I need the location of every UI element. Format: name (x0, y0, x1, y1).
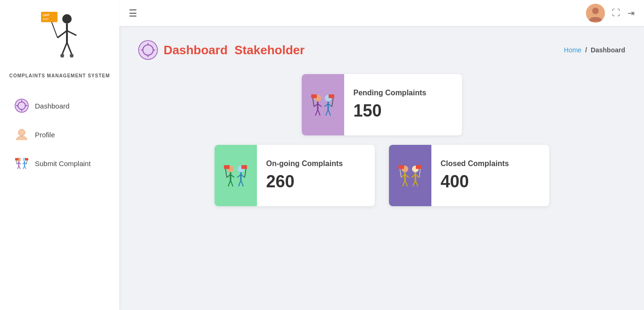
topbar: ☰ ⛶ ⇥ (119, 0, 644, 26)
svg-rect-74 (241, 165, 247, 169)
avatar-svg (586, 4, 605, 23)
svg-line-3 (67, 31, 76, 35)
hamburger-button[interactable]: ☰ (129, 8, 137, 19)
svg-line-47 (315, 109, 318, 116)
svg-line-4 (62, 42, 67, 54)
pending-card-icon-block (302, 74, 344, 135)
breadcrumb-home[interactable]: Home (564, 46, 581, 54)
svg-line-63 (228, 180, 231, 186)
topbar-left: ☰ (129, 8, 137, 19)
sidebar-label-submit-complaint: Submit Complaint (35, 159, 91, 168)
closed-card-info: Closed Complaints 400 (441, 159, 549, 192)
logo-icon: CMPT MGMT (36, 9, 83, 71)
ongoing-complaint-icon (220, 160, 251, 191)
ongoing-card-info: On-going Complaints 260 (266, 159, 375, 192)
svg-rect-58 (329, 94, 334, 98)
svg-point-0 (62, 14, 72, 24)
pending-complaints-card: Pending Complaints 150 (302, 74, 462, 135)
page-subtitle: Stakeholder (234, 43, 305, 57)
sidebar-item-submit-complaint[interactable]: Submit Complaint (5, 150, 115, 176)
logo-text: Complaints Management System (9, 73, 110, 78)
svg-rect-34 (25, 158, 28, 160)
logout-button[interactable]: ⇥ (627, 8, 635, 18)
page-title-icon (138, 40, 158, 60)
ongoing-card-label: On-going Complaints (266, 159, 368, 168)
ongoing-complaints-card: On-going Complaints 260 (215, 145, 375, 206)
svg-line-81 (400, 168, 401, 177)
breadcrumb: Home / Dashboard (564, 46, 625, 54)
page-header: Dashboard Stakeholder Home / Dashboard (138, 40, 625, 60)
svg-line-71 (239, 180, 241, 186)
closed-card-label: Closed Complaints (441, 159, 542, 168)
svg-point-10 (60, 54, 64, 58)
svg-rect-90 (416, 165, 421, 169)
svg-rect-66 (224, 165, 230, 169)
ongoing-card-icon-block (215, 145, 257, 206)
closed-card-icon-block (389, 145, 431, 206)
svg-line-64 (231, 180, 233, 186)
svg-line-31 (23, 166, 25, 169)
closed-complaints-card: Closed Complaints 400 (389, 145, 549, 206)
ongoing-card-number: 260 (266, 172, 368, 192)
content-area: Dashboard Stakeholder Home / Dashboard (119, 26, 644, 310)
cards-container: Pending Complaints 150 (138, 74, 625, 206)
svg-point-36 (592, 8, 599, 14)
svg-rect-26 (15, 158, 18, 160)
svg-rect-50 (311, 94, 317, 98)
topbar-right: ⛶ ⇥ (586, 4, 635, 23)
svg-line-24 (19, 166, 20, 169)
pending-complaint-icon (307, 90, 338, 120)
sidebar-label-dashboard: Dashboard (35, 102, 69, 110)
fullscreen-button[interactable]: ⛶ (612, 8, 620, 18)
svg-line-79 (403, 180, 405, 186)
sidebar-item-profile[interactable]: Profile (5, 121, 115, 148)
svg-line-73 (245, 168, 246, 177)
breadcrumb-current: Dashboard (591, 46, 625, 54)
svg-line-56 (328, 109, 330, 116)
svg-point-11 (70, 54, 74, 58)
svg-line-32 (25, 166, 26, 169)
sidebar-item-dashboard[interactable]: Dashboard (5, 92, 115, 119)
svg-line-65 (225, 168, 227, 177)
svg-line-2 (58, 31, 67, 38)
svg-line-23 (17, 166, 19, 169)
svg-line-48 (318, 109, 320, 116)
dashboard-icon (14, 98, 29, 113)
sidebar: CMPT MGMT Complaints Management System D… (0, 0, 119, 310)
page-title-area: Dashboard Stakeholder (138, 40, 305, 60)
main-area: ☰ ⛶ ⇥ (119, 0, 644, 310)
breadcrumb-separator: / (585, 46, 587, 54)
cards-row-2: On-going Complaints 260 (215, 145, 549, 206)
svg-line-49 (313, 97, 314, 107)
pending-card-info: Pending Complaints 150 (354, 89, 462, 121)
svg-text:MGMT: MGMT (43, 18, 49, 20)
svg-text:CMPT: CMPT (43, 14, 50, 17)
svg-line-87 (413, 180, 415, 186)
page-title-text: Dashboard (164, 43, 228, 57)
user-avatar[interactable] (586, 4, 605, 23)
page-title: Dashboard Stakeholder (164, 43, 305, 58)
logo-area: CMPT MGMT Complaints Management System (9, 9, 110, 78)
svg-point-18 (18, 129, 25, 136)
pending-card-number: 150 (354, 101, 455, 121)
closed-card-number: 400 (441, 172, 542, 192)
svg-line-89 (419, 168, 421, 177)
pending-card-label: Pending Complaints (354, 89, 455, 97)
nav-menu: Dashboard Profile (0, 92, 119, 179)
svg-line-80 (405, 180, 407, 186)
svg-line-72 (241, 180, 243, 186)
svg-line-88 (415, 180, 418, 186)
svg-line-57 (332, 97, 333, 107)
submit-complaint-icon (14, 156, 29, 171)
svg-line-55 (326, 109, 328, 116)
profile-icon (14, 127, 29, 142)
closed-complaint-icon (395, 160, 425, 191)
svg-rect-82 (398, 165, 404, 169)
svg-line-5 (67, 42, 72, 54)
sidebar-label-profile: Profile (35, 131, 55, 139)
